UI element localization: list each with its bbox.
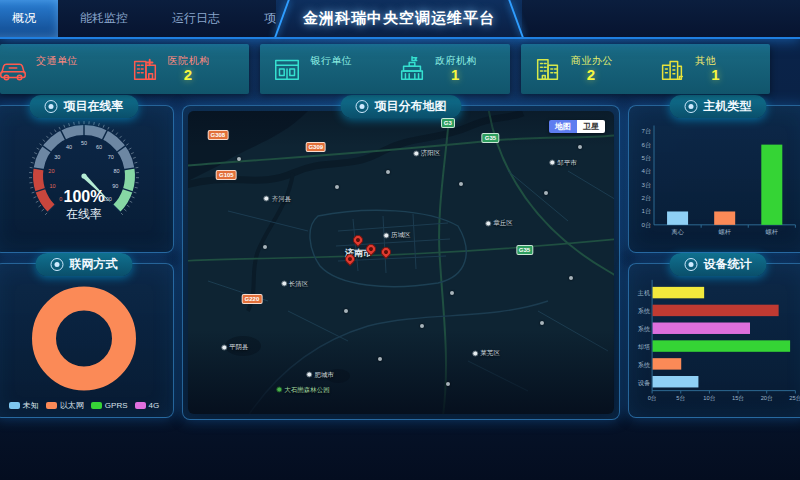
- stat-label: 交通单位: [36, 55, 78, 67]
- government-icon: [397, 54, 427, 84]
- panel-host-type: 主机类型 0台1台2台3台4台5台6台7台离心螺杆螺杆: [628, 105, 800, 253]
- map-layer-control: 地图 卫星: [549, 120, 605, 133]
- svg-text:在线率: 在线率: [66, 207, 102, 221]
- stat-other: 其他 1: [645, 54, 770, 84]
- device-stats-chart: 0台5台10台15台20台25台主机系统系统却塔系统设备: [633, 268, 800, 413]
- svg-text:设备: 设备: [638, 379, 650, 387]
- stat-label: 政府机构: [435, 55, 477, 67]
- svg-text:70: 70: [108, 154, 114, 160]
- svg-text:0台: 0台: [648, 395, 657, 402]
- link-icon: [45, 100, 58, 113]
- svg-text:5台: 5台: [642, 154, 652, 162]
- map-place-label: 邹平市: [549, 158, 577, 167]
- legend-item[interactable]: 以太网: [46, 400, 84, 411]
- stat-government: 政府机构 1: [385, 54, 510, 84]
- svg-text:60: 60: [96, 144, 102, 150]
- svg-text:15台: 15台: [732, 395, 744, 402]
- stat-value: [52, 67, 78, 83]
- map-place-label: 齐河县: [264, 194, 292, 203]
- panel-title-text: 联网方式: [70, 256, 118, 273]
- svg-text:80: 80: [114, 168, 120, 174]
- road-shield: G35: [516, 245, 533, 255]
- panel-title-text: 项目在线率: [64, 98, 124, 115]
- map-place-label: 章丘区: [485, 219, 513, 228]
- stat-label: 医院机构: [168, 55, 210, 67]
- panel-device-stats: 设备统计 0台5台10台15台20台25台主机系统系统却塔系统设备: [628, 263, 800, 418]
- map-dot: [569, 276, 573, 280]
- legend-swatch: [46, 402, 57, 409]
- panel-network-type-title: 联网方式: [36, 253, 133, 276]
- map-park-label: 大石崮森林公园: [276, 385, 330, 394]
- stat-card-office-other: 商业办公 2 其他 1: [521, 44, 770, 94]
- svg-text:0: 0: [59, 196, 62, 202]
- svg-text:系统: 系统: [638, 307, 651, 315]
- svg-text:4台: 4台: [642, 167, 652, 175]
- map-dot: [378, 357, 382, 361]
- svg-text:30: 30: [54, 154, 60, 160]
- legend-swatch: [91, 402, 102, 409]
- legend-item[interactable]: GPRS: [91, 400, 128, 411]
- panel-online-rate: 项目在线率 0102030405060708090100100%在线率: [0, 105, 174, 253]
- map-dot: [459, 182, 463, 186]
- svg-text:25台: 25台: [789, 395, 800, 402]
- svg-text:离心: 离心: [671, 228, 684, 236]
- nav-tab-2[interactable]: 运行日志: [150, 0, 242, 37]
- svg-text:100%: 100%: [64, 188, 105, 205]
- factory-icon: [657, 54, 687, 84]
- stat-value: 1: [711, 66, 719, 83]
- svg-text:90: 90: [112, 183, 118, 189]
- svg-text:10台: 10台: [703, 395, 715, 402]
- svg-text:系统: 系统: [638, 325, 651, 333]
- map-dot: [335, 185, 339, 189]
- hospital-icon: [130, 54, 160, 84]
- legend-label: GPRS: [105, 401, 128, 410]
- map-place-label: 肥城市: [306, 370, 334, 379]
- map-place-label: 济阳区: [413, 149, 441, 158]
- map-button[interactable]: 地图: [549, 120, 577, 133]
- stat-value: 1: [451, 66, 477, 83]
- map-place-label: 莱芜区: [472, 349, 500, 358]
- panel-device-stats-title: 设备统计: [670, 253, 767, 276]
- map-dot: [237, 157, 241, 161]
- road-shield: G3: [441, 118, 455, 128]
- legend-swatch: [135, 402, 146, 409]
- legend-item[interactable]: 4G: [135, 400, 160, 411]
- road-shield: G220: [242, 294, 263, 304]
- map-dot: [540, 321, 544, 325]
- svg-text:0台: 0台: [642, 221, 652, 229]
- stat-hospital: 医院机构 2: [118, 54, 250, 84]
- network-donut: [0, 268, 169, 413]
- svg-text:5台: 5台: [676, 395, 685, 402]
- legend-label: 未知: [23, 400, 39, 411]
- network-icon: [51, 258, 64, 271]
- panel-title-text: 设备统计: [704, 256, 752, 273]
- panel-title-text: 项目分布地图: [375, 98, 447, 115]
- office-icon: [533, 54, 563, 84]
- dashboard: 概况能耗监控运行日志项目列表视频监控 金洲科瑞中央空调运维平台 交通单位 医院机…: [0, 0, 800, 480]
- nav-tab-0[interactable]: 概况: [0, 0, 58, 37]
- stat-office: 商业办公 2: [521, 54, 646, 84]
- map-dot: [344, 309, 348, 313]
- svg-text:系统: 系统: [638, 361, 651, 369]
- platform-title-box: 金洲科瑞中央空调运维平台: [276, 0, 522, 37]
- satellite-button[interactable]: 卫星: [577, 120, 605, 133]
- road-shield: G309: [305, 142, 326, 152]
- legend-item[interactable]: 未知: [9, 400, 39, 411]
- svg-text:螺杆: 螺杆: [718, 228, 730, 235]
- svg-text:50: 50: [81, 140, 87, 146]
- legend-swatch: [9, 402, 20, 409]
- page-title: 金洲科瑞中央空调运维平台: [303, 9, 495, 28]
- car-icon: [0, 54, 28, 84]
- svg-text:20: 20: [48, 168, 54, 174]
- map-dot: [450, 291, 454, 295]
- stat-cards-row: 交通单位 医院机构 2 银行单位: [0, 44, 770, 94]
- host-type-chart: 0台1台2台3台4台5台6台7台离心螺杆螺杆: [633, 110, 800, 248]
- legend-label: 4G: [149, 401, 160, 410]
- nav-tab-1[interactable]: 能耗监控: [58, 0, 150, 37]
- stat-transport: 交通单位: [0, 54, 118, 84]
- svg-text:3台: 3台: [642, 181, 652, 189]
- map-dot: [420, 324, 424, 328]
- road-shield: G35: [482, 133, 499, 143]
- map-canvas[interactable]: 济南市 G308G309G105G220G3G35G35齐河县济阳区章丘区历城区…: [188, 111, 614, 414]
- map-dot: [263, 245, 267, 249]
